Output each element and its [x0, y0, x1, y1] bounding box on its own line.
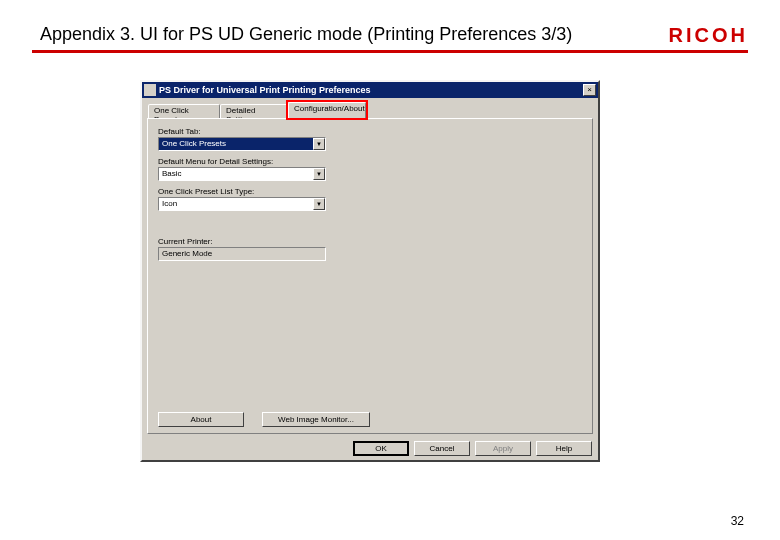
default-tab-dropdown[interactable]: One Click Presets ▼ — [158, 137, 326, 151]
tab-content: Default Tab: One Click Presets ▼ Default… — [147, 118, 593, 434]
printing-preferences-dialog: PS Driver for Universal Print Printing P… — [140, 80, 600, 462]
chevron-down-icon: ▼ — [313, 198, 325, 210]
current-printer-group: Current Printer: Generic Mode — [158, 237, 582, 261]
close-button[interactable]: × — [583, 84, 596, 96]
tab-configuration-about[interactable]: Configuration/About — [288, 102, 366, 120]
web-image-monitor-button[interactable]: Web Image Monitor... — [262, 412, 370, 427]
preset-list-label: One Click Preset List Type: — [158, 187, 582, 196]
help-button[interactable]: Help — [536, 441, 592, 456]
dialog-footer: OK Cancel Apply Help — [353, 441, 592, 456]
apply-button[interactable]: Apply — [475, 441, 531, 456]
preset-list-value: Icon — [159, 198, 313, 210]
chevron-down-icon: ▼ — [313, 168, 325, 180]
page-number: 32 — [731, 514, 744, 528]
preset-list-dropdown[interactable]: Icon ▼ — [158, 197, 326, 211]
tab-row: One Click Presets Detailed Settings Conf… — [146, 102, 594, 118]
default-menu-label: Default Menu for Detail Settings: — [158, 157, 582, 166]
preset-list-group: One Click Preset List Type: Icon ▼ — [158, 187, 582, 211]
dialog-title: PS Driver for Universal Print Printing P… — [159, 85, 583, 95]
default-menu-group: Default Menu for Detail Settings: Basic … — [158, 157, 582, 181]
cancel-button[interactable]: Cancel — [414, 441, 470, 456]
current-printer-value: Generic Mode — [158, 247, 326, 261]
default-tab-group: Default Tab: One Click Presets ▼ — [158, 127, 582, 151]
default-menu-dropdown[interactable]: Basic ▼ — [158, 167, 326, 181]
ricoh-logo: RICOH — [669, 24, 748, 47]
ok-button[interactable]: OK — [353, 441, 409, 456]
default-tab-value: One Click Presets — [159, 138, 313, 150]
about-button[interactable]: About — [158, 412, 244, 427]
chevron-down-icon: ▼ — [313, 138, 325, 150]
slide-title: Appendix 3. UI for PS UD Generic mode (P… — [40, 24, 572, 45]
default-menu-value: Basic — [159, 168, 313, 180]
current-printer-label: Current Printer: — [158, 237, 582, 246]
dialog-titlebar: PS Driver for Universal Print Printing P… — [142, 82, 598, 98]
default-tab-label: Default Tab: — [158, 127, 582, 136]
title-underline — [32, 50, 748, 53]
app-icon — [144, 84, 156, 96]
inner-button-row: About Web Image Monitor... — [158, 412, 370, 427]
